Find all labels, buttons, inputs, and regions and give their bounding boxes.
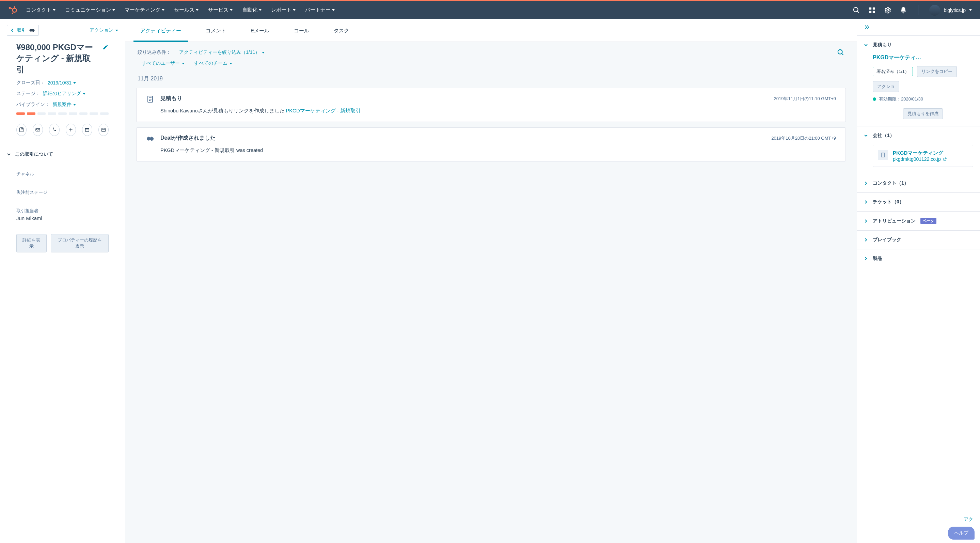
chevron-down-icon [969,9,972,11]
svg-rect-12 [873,11,875,13]
hubspot-logo-icon[interactable] [8,5,18,15]
nav-conversations[interactable]: コミュニケーション [65,7,115,13]
user-avatar [929,5,940,16]
svg-line-8 [858,11,859,13]
nav-automation[interactable]: 自動化 [242,7,261,13]
svg-point-5 [12,13,13,14]
svg-point-1 [14,6,15,8]
marketplace-icon[interactable] [868,6,876,14]
nav-contacts[interactable]: コンタクト [26,7,56,13]
settings-icon[interactable] [884,6,891,14]
global-navbar: コンタクト コミュニケーション マーケティング セールス サービス 自動化 レポ… [0,0,980,19]
svg-point-7 [854,7,858,11]
nav-service[interactable]: サービス [208,7,232,13]
svg-point-13 [887,9,889,11]
nav-partners[interactable]: パートナー [305,7,335,13]
nav-separator [918,5,918,15]
svg-rect-9 [869,7,871,9]
search-icon[interactable] [853,6,860,14]
nav-reports[interactable]: レポート [271,7,296,13]
account-menu[interactable]: biglytics.jp [929,5,972,16]
svg-rect-10 [873,7,875,9]
svg-line-6 [13,11,13,12]
account-name: biglytics.jp [943,8,966,13]
nav-utilities: biglytics.jp [853,5,972,16]
nav-marketing[interactable]: マーケティング [125,7,164,13]
svg-point-0 [13,8,17,12]
svg-rect-11 [869,11,871,13]
main-nav: コンタクト コミュニケーション マーケティング セールス サービス 自動化 レポ… [26,7,853,13]
notifications-icon[interactable] [900,6,907,14]
nav-sales[interactable]: セールス [174,7,199,13]
